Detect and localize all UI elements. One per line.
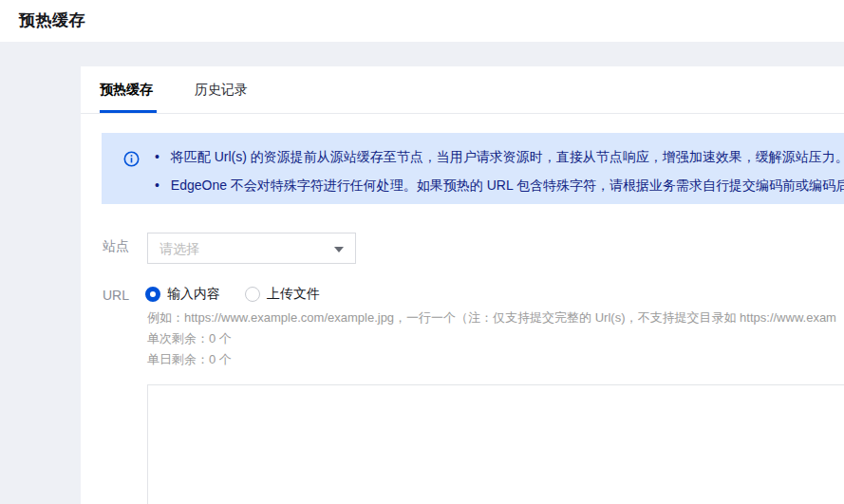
info-icon bbox=[123, 151, 140, 167]
tab-preheat-cache[interactable]: 预热缓存 bbox=[100, 82, 153, 99]
site-select[interactable]: 请选择 bbox=[147, 233, 356, 264]
quota-per-day: 单日剩余：0 个 bbox=[147, 351, 232, 368]
radio-input-content[interactable]: 输入内容 bbox=[145, 286, 220, 303]
tab-bar: 预热缓存 历史记录 bbox=[81, 66, 844, 114]
banner-line-1-text: 将匹配 Url(s) 的资源提前从源站缓存至节点，当用户请求资源时，直接从节点响… bbox=[171, 149, 844, 164]
banner-line-1: • 将匹配 Url(s) 的资源提前从源站缓存至节点，当用户请求资源时，直接从节… bbox=[155, 142, 844, 171]
quota-per-day-value: 0 个 bbox=[209, 352, 232, 366]
url-input-mode-radio-group: 输入内容 上传文件 bbox=[145, 286, 320, 303]
quota-per-submit: 单次剩余：0 个 bbox=[147, 330, 232, 347]
quota-per-submit-value: 0 个 bbox=[209, 331, 232, 345]
page-title: 预热缓存 bbox=[19, 9, 85, 31]
banner-text-block: • 将匹配 Url(s) 的资源提前从源站缓存至节点，当用户请求资源时，直接从节… bbox=[155, 133, 844, 199]
content-card: 预热缓存 历史记录 • 将匹配 Url(s) 的资源提前从源站缓存至节点，当用户… bbox=[81, 66, 844, 504]
url-list-textarea[interactable] bbox=[147, 384, 844, 504]
quota-per-day-label: 单日剩余： bbox=[147, 352, 209, 366]
active-tab-underline bbox=[100, 110, 157, 113]
banner-line-2: • EdgeOne 不会对特殊字符进行任何处理。如果预热的 URL 包含特殊字符… bbox=[155, 171, 844, 199]
quota-per-submit-label: 单次剩余： bbox=[147, 331, 209, 345]
bullet-dot: • bbox=[155, 142, 159, 171]
radio-selected-icon bbox=[145, 287, 160, 302]
chevron-down-icon bbox=[334, 247, 344, 252]
info-banner: • 将匹配 Url(s) 的资源提前从源站缓存至节点，当用户请求资源时，直接从节… bbox=[102, 133, 844, 204]
top-header-bar: 预热缓存 bbox=[0, 0, 844, 42]
radio-upload-file-label: 上传文件 bbox=[267, 286, 320, 303]
tab-history[interactable]: 历史记录 bbox=[195, 82, 248, 99]
site-field-label: 站点 bbox=[103, 238, 129, 255]
bullet-dot: • bbox=[155, 171, 159, 199]
radio-upload-file[interactable]: 上传文件 bbox=[245, 286, 320, 303]
radio-input-content-label: 输入内容 bbox=[167, 286, 220, 303]
banner-line-2-text: EdgeOne 不会对特殊字符进行任何处理。如果预热的 URL 包含特殊字符，请… bbox=[171, 177, 844, 193]
url-field-label: URL bbox=[103, 288, 129, 303]
radio-unselected-icon bbox=[245, 287, 260, 302]
site-select-placeholder: 请选择 bbox=[159, 241, 199, 258]
url-format-hint: 例如：https://www.example.com/example.jpg，一… bbox=[147, 309, 836, 327]
